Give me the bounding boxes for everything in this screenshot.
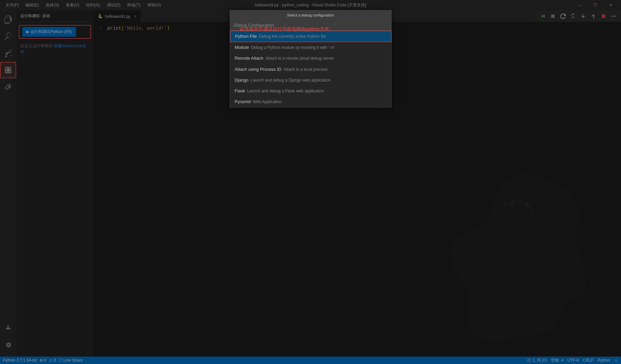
config-item-module[interactable]: Module Debug a Python module by invoking… xyxy=(230,42,391,53)
config-item-desc-module: Debug a Python module by invoking it wit… xyxy=(251,45,335,51)
config-item-desc-remote-attach: Attach to a remote ptvsd debug server xyxy=(265,56,334,61)
config-item-name-flask: Flask xyxy=(235,88,245,94)
config-item-name-django: Django xyxy=(235,77,249,83)
config-item-name-python-file: Python File xyxy=(235,33,257,39)
config-item-name-pyramid: Pyramid xyxy=(235,99,251,105)
dialog-title: Select a debug configuration xyxy=(230,10,391,20)
config-item-name-attach-process: Attach using Process ID xyxy=(235,66,282,72)
config-item-desc-attach-process: Attach to a local process xyxy=(283,67,328,72)
config-item-name-module: Module xyxy=(235,44,249,51)
config-item-name-remote-attach: Remote Attach xyxy=(235,55,263,61)
config-item-desc-pyramid: Web Application xyxy=(253,99,282,105)
config-item-attach-process[interactable]: Attach using Process ID Attach to a loca… xyxy=(230,64,391,75)
config-item-django[interactable]: Django Launch and debug a Django web app… xyxy=(230,75,391,86)
annotation-text: 该选项表示调试运行当前选择的python文件。 xyxy=(239,26,334,32)
config-item-desc-flask: Launch and debug a Flask web application xyxy=(247,88,324,94)
config-item-remote-attach[interactable]: Remote Attach Attach to a remote ptvsd d… xyxy=(230,53,391,64)
config-item-flask[interactable]: Flask Launch and debug a Flask web appli… xyxy=(230,86,391,96)
config-item-desc-python-file: Debug the currently active Python file xyxy=(259,34,326,39)
config-item-desc-django: Launch and debug a Django web applicatio… xyxy=(251,78,331,83)
debug-config-dialog: Select a debug configuration Python File… xyxy=(230,10,392,108)
config-item-python-file[interactable]: Python File Debug the currently active P… xyxy=(230,31,391,42)
config-item-pyramid[interactable]: Pyramid Web Application xyxy=(230,96,391,107)
